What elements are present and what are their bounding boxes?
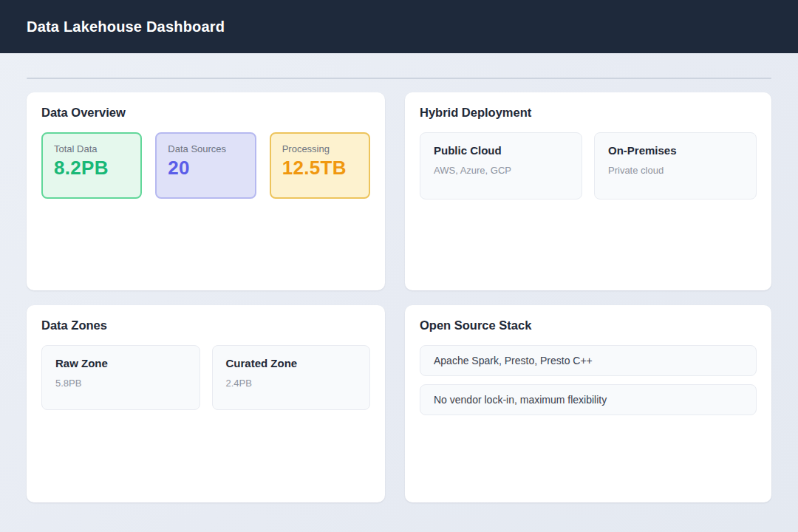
stat-label: Total Data <box>54 143 129 154</box>
card-data-zones: Data Zones Raw Zone 5.8PB Curated Zone 2… <box>27 305 385 502</box>
stat-tile-data-sources: Data Sources 20 <box>155 132 256 199</box>
info-box-on-premises: On-Premises Private cloud <box>594 132 757 200</box>
info-box-curated-zone: Curated Zone 2.4PB <box>212 345 371 410</box>
info-box-public-cloud: Public Cloud AWS, Azure, GCP <box>420 132 582 200</box>
stats-row: Total Data 8.2PB Data Sources 20 Process… <box>41 132 370 199</box>
zones-row: Raw Zone 5.8PB Curated Zone 2.4PB <box>41 345 370 410</box>
info-box-raw-zone: Raw Zone 5.8PB <box>41 345 200 410</box>
info-subtitle: AWS, Azure, GCP <box>434 165 568 176</box>
deployment-row: Public Cloud AWS, Azure, GCP On-Premises… <box>420 132 757 200</box>
card-title-data-overview: Data Overview <box>41 106 370 120</box>
stat-value: 8.2PB <box>54 157 129 180</box>
stack-row-benefit: No vendor lock-in, maximum flexibility <box>420 384 757 415</box>
main-content: Data Overview Total Data 8.2PB Data Sour… <box>0 78 798 502</box>
info-subtitle: Private cloud <box>608 165 743 176</box>
stat-tile-processing: Processing 12.5TB <box>270 132 370 199</box>
stat-tile-total-data: Total Data 8.2PB <box>41 132 142 199</box>
stat-label: Data Sources <box>168 143 243 154</box>
info-title: Raw Zone <box>55 357 186 369</box>
card-grid: Data Overview Total Data 8.2PB Data Sour… <box>27 92 771 502</box>
info-subtitle: 2.4PB <box>226 378 357 389</box>
stat-value: 12.5TB <box>282 157 358 180</box>
card-hybrid-deployment: Hybrid Deployment Public Cloud AWS, Azur… <box>405 92 771 290</box>
stat-label: Processing <box>282 143 358 154</box>
header-divider <box>27 78 771 79</box>
app-header: Data Lakehouse Dashboard <box>0 0 798 53</box>
info-subtitle: 5.8PB <box>55 378 186 389</box>
stack-row-technologies: Apache Spark, Presto, Presto C++ <box>420 345 757 376</box>
info-title: Curated Zone <box>226 357 357 369</box>
card-open-source-stack: Open Source Stack Apache Spark, Presto, … <box>405 305 771 502</box>
card-title-data-zones: Data Zones <box>41 318 370 332</box>
stat-value: 20 <box>168 157 243 180</box>
info-title: On-Premises <box>608 144 743 157</box>
card-data-overview: Data Overview Total Data 8.2PB Data Sour… <box>27 92 385 290</box>
card-title-open-source-stack: Open Source Stack <box>420 318 757 332</box>
card-title-hybrid-deployment: Hybrid Deployment <box>420 106 757 120</box>
page-title: Data Lakehouse Dashboard <box>27 18 225 35</box>
info-title: Public Cloud <box>434 144 568 157</box>
